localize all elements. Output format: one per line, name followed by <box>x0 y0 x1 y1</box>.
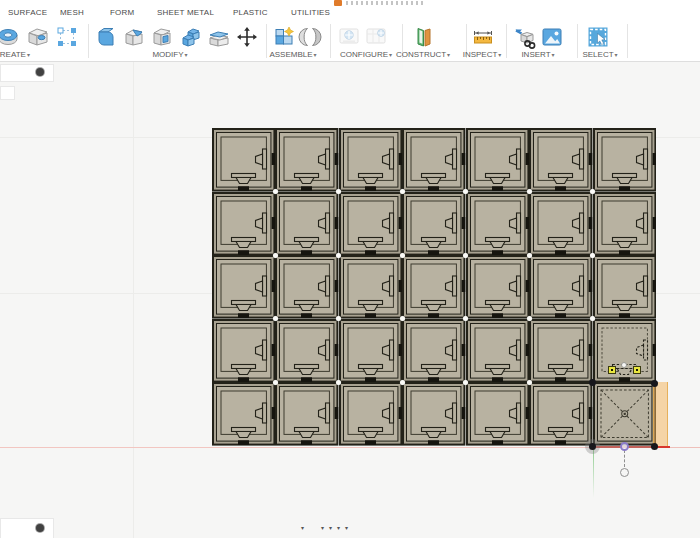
sketch-point[interactable] <box>463 253 468 258</box>
pattern-instance-r5c3[interactable] <box>339 382 402 446</box>
pattern-instance-r2c7[interactable] <box>593 192 656 256</box>
group-label-construct[interactable]: CONSTRUCT▾ <box>396 50 450 59</box>
move-handle-midpoint[interactable] <box>620 442 629 451</box>
joint-icon[interactable] <box>298 25 322 49</box>
pattern-instance-r4c3[interactable] <box>339 319 402 383</box>
sketch-point[interactable] <box>527 380 532 385</box>
sketch-point[interactable] <box>400 253 405 258</box>
select-icon[interactable] <box>586 25 610 49</box>
pattern-instance-r4c5[interactable] <box>466 319 529 383</box>
pattern-instance-r2c2[interactable] <box>275 192 338 256</box>
split-body-icon[interactable] <box>207 25 231 49</box>
pattern-instance-r3c1[interactable] <box>212 255 275 319</box>
pattern-instance-r3c7[interactable] <box>593 255 656 319</box>
press-pull-icon[interactable] <box>94 25 118 49</box>
sketch-point[interactable] <box>273 253 278 258</box>
sketch-point[interactable] <box>527 253 532 258</box>
sketch-constraint-marker[interactable] <box>633 366 641 374</box>
fillet-icon[interactable] <box>122 25 146 49</box>
pattern-instance-r2c4[interactable] <box>402 192 465 256</box>
sketch-point[interactable] <box>400 189 405 194</box>
pattern-instance-r1c6[interactable] <box>529 128 592 192</box>
nav-orbit-icon[interactable]: ▾ <box>300 524 304 531</box>
timeline-panel-collapsed[interactable] <box>0 518 54 538</box>
sketch-point[interactable] <box>527 316 532 321</box>
pattern-instance-r1c7[interactable] <box>593 128 656 192</box>
group-label-create[interactable]: CREATE▾ <box>0 50 30 59</box>
tab-utilities[interactable]: UTILITIES <box>291 8 330 17</box>
tab-plastic[interactable]: PLASTIC <box>233 8 268 17</box>
pattern-instance-r5c2[interactable] <box>275 382 338 446</box>
pattern-instance-r3c2[interactable] <box>275 255 338 319</box>
pattern-instance-r5c4[interactable] <box>402 382 465 446</box>
group-label-text: ASSEMBLE <box>269 50 312 59</box>
pattern-instance-r4c1[interactable] <box>212 319 275 383</box>
sketch-point[interactable] <box>590 253 595 258</box>
pattern-instance-r4c4[interactable] <box>402 319 465 383</box>
selection-handle[interactable] <box>651 443 658 450</box>
pattern-instance-r5c1[interactable] <box>212 382 275 446</box>
pattern-instance-r5c5[interactable] <box>466 382 529 446</box>
sketch-point[interactable] <box>273 189 278 194</box>
nav-viewports-icon[interactable]: ▾ <box>344 524 348 531</box>
sketch-point[interactable] <box>400 380 405 385</box>
pattern-instance-r3c4[interactable] <box>402 255 465 319</box>
pattern-instance-r4c6[interactable] <box>529 319 592 383</box>
sketch-point-highlight[interactable] <box>621 362 627 368</box>
insert-derive-icon[interactable] <box>513 25 537 49</box>
revolve-icon[interactable] <box>0 25 20 49</box>
group-label-assemble[interactable]: ASSEMBLE▾ <box>269 50 316 59</box>
pattern-instance-r2c6[interactable] <box>529 192 592 256</box>
timeline-panel-dot[interactable] <box>36 524 44 532</box>
pattern-instance-r5c6[interactable] <box>529 382 592 446</box>
browser-panel-collapsed[interactable] <box>0 64 54 82</box>
manipulator-handle[interactable] <box>620 468 629 477</box>
sketch-point[interactable] <box>273 380 278 385</box>
pattern-instance-r1c2[interactable] <box>275 128 338 192</box>
pattern-instance-r3c3[interactable] <box>339 255 402 319</box>
tab-sheet-metal[interactable]: SHEET METAL <box>157 8 214 17</box>
move-icon[interactable] <box>235 25 259 49</box>
configuration-icon[interactable] <box>337 25 361 49</box>
pattern-instance-r1c3[interactable] <box>339 128 402 192</box>
sketch-constraint-marker[interactable] <box>608 366 616 374</box>
group-label-insert[interactable]: INSERT▾ <box>521 50 554 59</box>
tab-surface[interactable]: SURFACE <box>8 8 47 17</box>
measure-icon[interactable] <box>471 25 495 49</box>
selection-handle[interactable] <box>589 443 596 450</box>
manipulator-dashed-line <box>624 450 625 467</box>
group-label-configure[interactable]: CONFIGURE▾ <box>340 50 392 59</box>
pattern-instance-r2c5[interactable] <box>466 192 529 256</box>
pattern-instance-r1c1[interactable] <box>212 128 275 192</box>
rectangular-pattern-icon[interactable] <box>55 25 79 49</box>
group-label-select[interactable]: SELECT▾ <box>582 50 617 59</box>
group-label-modify[interactable]: MODIFY▾ <box>152 50 187 59</box>
nav-fit-icon[interactable]: ▾ <box>320 524 324 531</box>
pattern-instance-r1c4[interactable] <box>402 128 465 192</box>
pattern-instance-r4c7[interactable] <box>593 319 656 383</box>
pattern-instance-r3c6[interactable] <box>529 255 592 319</box>
sketch-point[interactable] <box>527 189 532 194</box>
nav-layout-grid-icon[interactable]: ▾ <box>336 524 340 531</box>
configuration-table-icon[interactable] <box>364 25 388 49</box>
tab-form[interactable]: FORM <box>110 8 134 17</box>
pattern-instance-r4c2[interactable] <box>275 319 338 383</box>
hole-icon[interactable] <box>26 25 50 49</box>
browser-panel-dot[interactable] <box>36 68 44 76</box>
tab-mesh[interactable]: MESH <box>60 8 84 17</box>
shell-icon[interactable] <box>150 25 174 49</box>
side-panel-fragment <box>0 86 15 100</box>
canvas-icon[interactable] <box>540 25 564 49</box>
pattern-instance-r1c5[interactable] <box>466 128 529 192</box>
combine-icon[interactable] <box>179 25 203 49</box>
pattern-instance-r2c3[interactable] <box>339 192 402 256</box>
design-canvas[interactable] <box>0 61 700 538</box>
selection-handle[interactable] <box>589 379 596 386</box>
nav-display-settings-icon[interactable]: ▾ <box>328 524 332 531</box>
new-component-icon[interactable] <box>272 25 296 49</box>
pattern-instance-r5c7-selected[interactable] <box>593 382 656 446</box>
pattern-instance-r2c1[interactable] <box>212 192 275 256</box>
group-label-inspect[interactable]: INSPECT▾ <box>463 50 502 59</box>
construction-plane-icon[interactable] <box>410 25 434 49</box>
pattern-instance-r3c5[interactable] <box>466 255 529 319</box>
